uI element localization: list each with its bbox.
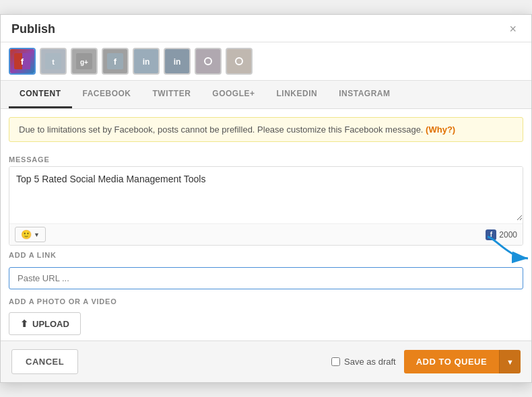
tab-instagram[interactable]: INSTAGRAM	[328, 81, 401, 108]
footer-right: Save as draft ADD TO QUEUE ▼	[331, 350, 521, 373]
account-icon-inner: f	[10, 49, 34, 73]
account-icon-inner-li2: in	[165, 49, 189, 73]
modal-footer: CANCEL Save as draft ADD TO QUEUE ▼	[1, 340, 531, 382]
emoji-icon: 🙂	[21, 229, 32, 240]
account-icon-g1[interactable]: g+	[71, 48, 98, 75]
link-input[interactable]	[9, 267, 523, 289]
close-button[interactable]: ×	[505, 22, 521, 36]
photo-section-label: ADD A PHOTO OR A VIDEO	[9, 292, 523, 308]
linkedin1-icon: in	[138, 53, 154, 69]
facebook2-icon: f	[107, 53, 123, 69]
svg-rect-15	[231, 53, 247, 69]
why-link[interactable]: (Why?)	[426, 124, 455, 135]
emoji-button[interactable]: 🙂 ▼	[15, 227, 46, 242]
svg-text:f: f	[114, 57, 117, 67]
message-toolbar: 🙂 ▼ f 2000	[9, 223, 523, 245]
facebook-char-icon: f	[486, 229, 496, 240]
modal-body: Due to limitations set by Facebook, post…	[1, 109, 531, 340]
modal-header: Publish ×	[1, 15, 531, 42]
modal-title: Publish	[11, 22, 55, 36]
message-label: MESSAGE	[1, 150, 531, 166]
instagram1-icon	[200, 53, 216, 69]
link-section-label: ADD A LINK	[1, 246, 531, 262]
facebook-alert-banner: Due to limitations set by Facebook, post…	[9, 117, 523, 142]
upload-label: UPLOAD	[32, 319, 69, 329]
save-draft-text: Save as draft	[344, 357, 396, 367]
link-row	[1, 267, 531, 289]
googleplus-icon: g+	[76, 53, 92, 69]
svg-text:f: f	[21, 57, 24, 67]
message-textarea[interactable]: Top 5 Rated Social Media Management Tool…	[9, 167, 523, 221]
account-icons-row: f t g+	[1, 42, 531, 81]
account-icon-fb1[interactable]: f	[9, 48, 36, 75]
link-input-wrap	[9, 267, 523, 289]
message-area: Top 5 Rated Social Media Management Tool…	[9, 166, 523, 246]
char-count-display: f 2000	[486, 229, 517, 240]
photo-section: ADD A PHOTO OR A VIDEO ⬆ UPLOAD	[9, 292, 523, 335]
account-icon-inner-g: g+	[72, 49, 96, 73]
facebook-icon: f	[14, 53, 30, 69]
svg-text:g+: g+	[80, 59, 88, 66]
add-queue-wrap: ADD TO QUEUE ▼	[404, 350, 521, 373]
svg-rect-13	[200, 53, 216, 69]
cancel-button[interactable]: CANCEL	[11, 349, 78, 374]
char-count-value: 2000	[499, 230, 517, 240]
svg-text:t: t	[52, 58, 55, 66]
tab-twitter[interactable]: TWITTER	[142, 81, 202, 108]
account-icon-ig2[interactable]	[226, 48, 253, 75]
twitter-icon: t	[45, 53, 61, 69]
account-icon-inner-tw: t	[41, 49, 65, 73]
svg-text:in: in	[174, 57, 181, 67]
save-draft-label[interactable]: Save as draft	[331, 357, 396, 367]
account-icon-inner-li1: in	[134, 49, 158, 73]
account-icon-li2[interactable]: in	[164, 48, 191, 75]
svg-text:in: in	[143, 57, 150, 67]
account-icon-inner-ig2	[227, 49, 251, 73]
chevron-down-icon: ▼	[506, 358, 514, 366]
instagram2-icon	[231, 53, 247, 69]
content-tabs: CONTENT FACEBOOK TWITTER GOOGLE+ LINKEDI…	[1, 81, 531, 109]
account-icon-ig1[interactable]	[195, 48, 222, 75]
add-queue-dropdown-button[interactable]: ▼	[499, 350, 521, 373]
publish-modal: Publish × f t	[0, 14, 532, 383]
account-icon-fb2[interactable]: f	[102, 48, 129, 75]
tab-content[interactable]: CONTENT	[9, 81, 72, 108]
upload-icon: ⬆	[20, 318, 28, 329]
tab-linkedin[interactable]: LINKEDIN	[266, 81, 329, 108]
account-icon-inner-fb2: f	[103, 49, 127, 73]
linkedin2-icon: in	[169, 53, 185, 69]
tab-facebook[interactable]: FACEBOOK	[72, 81, 142, 108]
tab-googleplus[interactable]: GOOGLE+	[201, 81, 265, 108]
account-icon-tw1[interactable]: t	[40, 48, 67, 75]
emoji-dropdown-icon: ▼	[34, 231, 40, 238]
account-icon-li1[interactable]: in	[133, 48, 160, 75]
alert-text: Due to limitations set by Facebook, post…	[19, 124, 423, 135]
add-to-queue-button[interactable]: ADD TO QUEUE	[404, 350, 499, 373]
account-icon-inner-ig1	[196, 49, 220, 73]
save-draft-checkbox[interactable]	[331, 357, 340, 366]
upload-button[interactable]: ⬆ UPLOAD	[9, 312, 81, 335]
